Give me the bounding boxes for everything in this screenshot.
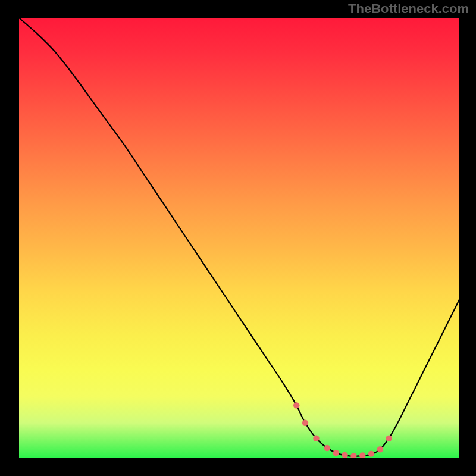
highlight-marker xyxy=(333,450,339,456)
chart-svg xyxy=(19,18,459,458)
highlight-marker xyxy=(350,453,356,458)
highlight-marker xyxy=(302,420,308,426)
watermark-text: TheBottleneck.com xyxy=(348,1,469,17)
highlight-marker xyxy=(293,402,299,408)
highlight-marker xyxy=(342,452,347,458)
plot-gradient-background xyxy=(19,18,459,458)
highlight-markers xyxy=(293,402,392,458)
highlight-marker xyxy=(324,445,330,451)
highlight-marker xyxy=(386,436,392,441)
highlight-marker xyxy=(377,446,383,452)
bottleneck-curve xyxy=(19,18,459,456)
highlight-marker xyxy=(368,450,374,456)
highlight-marker xyxy=(359,452,365,458)
highlight-marker xyxy=(313,436,319,441)
